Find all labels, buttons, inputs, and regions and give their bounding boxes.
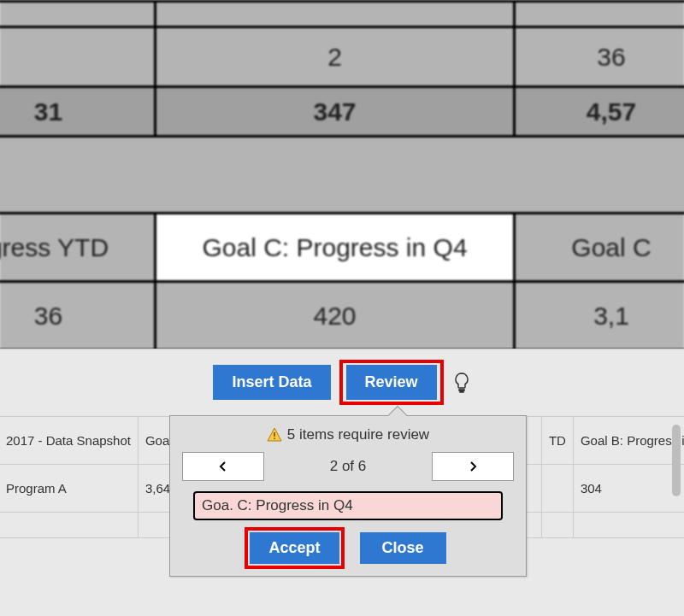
grid-header: Goal B: Progress in xyxy=(573,417,684,465)
close-button[interactable]: Close xyxy=(360,532,446,564)
warning-icon xyxy=(267,427,282,443)
bg-cell: 347 xyxy=(156,87,515,137)
svg-rect-0 xyxy=(274,432,275,437)
bg-cell: 4,57 xyxy=(515,87,685,137)
scrollbar-thumb[interactable] xyxy=(672,425,681,496)
bg-cell: 420 xyxy=(156,282,515,350)
bg-cell xyxy=(0,27,156,87)
toolbar: Insert Data Review xyxy=(0,349,684,414)
bg-cell: 2 xyxy=(156,27,515,87)
warning-text: 5 items require review xyxy=(287,426,429,443)
review-input[interactable] xyxy=(193,491,503,520)
grid-cell: Program A xyxy=(0,465,138,513)
svg-rect-1 xyxy=(274,438,275,440)
bg-cell-selected: Goal C: Progress in Q4 xyxy=(156,214,515,282)
review-counter: 2 of 6 xyxy=(330,458,367,475)
review-popup: 5 items require review 2 of 6 Accept Clo… xyxy=(169,415,527,577)
bg-cell: gress YTD xyxy=(0,214,156,282)
next-button[interactable] xyxy=(432,452,514,481)
bg-cell: Goal C xyxy=(515,214,685,282)
bg-cell: 36 xyxy=(0,282,156,350)
lightbulb-icon[interactable] xyxy=(452,371,471,395)
review-button[interactable]: Review xyxy=(346,365,437,400)
insert-data-button[interactable]: Insert Data xyxy=(213,365,330,400)
background-spreadsheet: 2 36 31 347 4,57 gress YTD Goal C: Progr… xyxy=(0,0,684,349)
bg-cell: 31 xyxy=(0,87,156,137)
grid-header: TD xyxy=(541,417,573,465)
bg-cell: 36 xyxy=(515,27,685,87)
grid-title: 2017 - Data Snapshot xyxy=(0,417,138,465)
grid-cell: 304 xyxy=(573,465,684,513)
bg-cell: 3,1 xyxy=(515,282,685,350)
accept-button[interactable]: Accept xyxy=(250,532,339,564)
prev-button[interactable] xyxy=(182,452,264,481)
